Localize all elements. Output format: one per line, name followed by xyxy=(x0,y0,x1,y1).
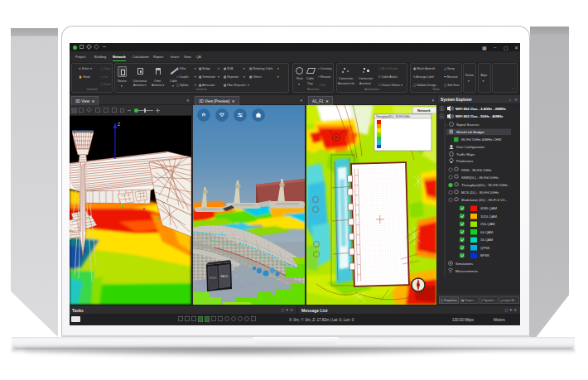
svg-text:Modulation (DL) - Wi-Fi 6 5G..: Modulation (DL) - Wi-Fi 6 5G... xyxy=(461,198,508,202)
svg-text:Wi-Fi6 5GHz 40MHz CHW: Wi-Fi6 5GHz 40MHz CHW xyxy=(461,137,502,142)
svg-text:BACK: BACK xyxy=(221,275,229,278)
svg-text:Throughput(DL) - Wi-Fi6 5GHz: Throughput(DL) - Wi-Fi6 5GHz xyxy=(461,183,508,187)
svg-text:User Configuration: User Configuration xyxy=(456,145,485,149)
svg-text:RIGHT: RIGHT xyxy=(210,277,217,280)
svg-text:Network: Network xyxy=(417,108,431,113)
svg-text:Throughput(DL) - Wi-Fi6 5GHz: Throughput(DL) - Wi-Fi6 5GHz xyxy=(376,115,411,118)
svg-text:1024-QAM: 1024-QAM xyxy=(480,214,497,219)
svg-text:Z: Z xyxy=(118,122,120,127)
svg-text:256-QAM: 256-QAM xyxy=(480,222,495,226)
svg-text:Predictions: Predictions xyxy=(456,159,473,163)
svg-text:64-QAM: 64-QAM xyxy=(480,230,494,234)
svg-text:4096-QAM: 4096-QAM xyxy=(480,206,497,210)
svg-text:RSSI - Wi-Fi6 5GHz: RSSI - Wi-Fi6 5GHz xyxy=(461,168,492,172)
svg-text:Wired Link Budget: Wired Link Budget xyxy=(456,130,484,134)
svg-text:16-QAM: 16-QAM xyxy=(480,238,494,242)
svg-text:Signal Sources: Signal Sources xyxy=(456,123,480,127)
svg-text:QPSK: QPSK xyxy=(480,246,490,250)
svg-text:BPSK: BPSK xyxy=(480,253,489,257)
svg-text:MCS (DL) - Wi-Fi6 5GHz: MCS (DL) - Wi-Fi6 5GHz xyxy=(461,190,499,195)
svg-text:Traffic Maps: Traffic Maps xyxy=(456,152,475,156)
svg-text:SINR(DL) - Wi-Fi6 5GHz: SINR(DL) - Wi-Fi6 5GHz xyxy=(461,176,499,180)
svg-text:WiFi 802.11ax - 5GHz - 40MHz: WiFi 802.11ax - 5GHz - 40MHz xyxy=(455,114,503,118)
svg-text:WiFi 802.11ax - 2.4GHz - 20MH: WiFi 802.11ax - 2.4GHz - 20MHz xyxy=(455,107,506,111)
svg-text:Simulations: Simulations xyxy=(455,262,473,266)
svg-text:Measurements: Measurements xyxy=(455,269,478,273)
